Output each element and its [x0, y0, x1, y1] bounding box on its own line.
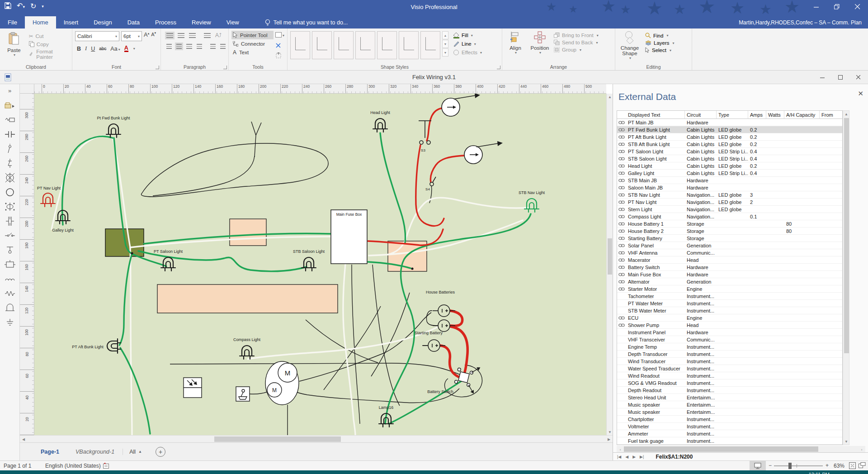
circle-shape-icon[interactable] — [4, 186, 16, 198]
table-row[interactable]: VHF Antenna Communic... — [617, 249, 842, 256]
send-to-back-button[interactable]: Send to Back▾ — [554, 40, 599, 45]
language-indicator[interactable]: English (United States) — [45, 463, 101, 469]
table-row[interactable]: SOG & VMG Readout Instrument... — [617, 379, 842, 387]
table-row[interactable]: PT Fwd Bunk Light Cabin Lights LED globe… — [617, 126, 842, 133]
bold-button[interactable]: B — [77, 46, 81, 52]
table-row[interactable]: Music speaker Entertainm... — [617, 408, 842, 416]
ribbon-tab[interactable]: Design — [86, 16, 119, 28]
table-row[interactable]: Starting Battery Storage — [617, 235, 842, 242]
styles-scroll-up-icon[interactable]: ▲ — [442, 31, 448, 39]
panel-hscroll-thumb[interactable] — [624, 446, 818, 452]
tell-me-box[interactable]: Tell me what you want to do... — [265, 16, 348, 28]
last-record-icon[interactable]: ▶| — [640, 455, 644, 459]
table-row[interactable]: Stereo Head Unit Entertainm... — [617, 394, 842, 401]
scroll-right-icon[interactable]: ▶ — [605, 436, 613, 443]
relay-switch-shape-icon[interactable] — [4, 230, 16, 241]
shape-style-tile[interactable] — [420, 31, 440, 59]
scroll-up-icon[interactable]: ▲ — [843, 111, 849, 117]
select-button[interactable]: Select▾ — [645, 47, 675, 53]
restore-button[interactable] — [826, 0, 847, 14]
ribbon-tab[interactable]: Home — [25, 16, 56, 28]
table-row[interactable]: PT Saloon Light Cabin Lights LED Strip L… — [617, 148, 842, 155]
table-row[interactable]: PT Water Meter Instrument... — [617, 300, 842, 307]
canvas-vertical-scrollbar[interactable]: ▲ ▼ — [606, 94, 613, 435]
stb-saloon-lamp[interactable] — [302, 257, 316, 271]
align-center-button[interactable] — [176, 44, 182, 49]
stb-nav-lamp[interactable] — [524, 199, 539, 212]
bullets-button[interactable] — [204, 33, 211, 38]
table-row[interactable]: Wind Transducer Instrument... — [617, 358, 842, 365]
column-header[interactable]: Type — [717, 111, 748, 118]
table-row[interactable]: Music speaker Entertainm... — [617, 401, 842, 408]
resistor-shape-icon[interactable] — [4, 288, 16, 299]
house-battery-1[interactable] — [433, 305, 455, 317]
font-color-caret-icon[interactable]: ▾ — [133, 47, 135, 51]
align-button[interactable]: Align▾ — [505, 31, 526, 63]
house-battery-2[interactable] — [433, 320, 455, 332]
coil-shape-icon[interactable] — [4, 273, 16, 284]
starting-battery[interactable] — [423, 340, 445, 351]
position-button[interactable]: Position▾ — [529, 31, 550, 63]
table-row[interactable]: Ammeter Instrument... — [617, 430, 842, 437]
pointer-tool-button[interactable]: Pointer Tool — [231, 31, 274, 39]
bring-to-front-button[interactable]: Bring to Front▾ — [554, 33, 599, 38]
zoom-out-icon[interactable]: − — [769, 462, 772, 469]
align-right-button[interactable] — [186, 44, 192, 49]
styles-more-icon[interactable]: ▼ — [442, 48, 448, 57]
line-button[interactable]: Line▾ — [453, 41, 482, 47]
scroll-left-icon[interactable]: ◀ — [20, 436, 27, 443]
compass-lamp[interactable] — [240, 346, 254, 359]
change-shape-button[interactable]: Change Shape▾ — [618, 31, 642, 63]
zoom-slider-thumb[interactable] — [788, 463, 792, 469]
ribbon-tab[interactable]: Review — [184, 16, 219, 28]
strikethrough-button[interactable]: abc — [99, 46, 106, 51]
align-middle-button[interactable] — [178, 33, 184, 38]
paragraph-dialog-launcher[interactable] — [223, 66, 227, 69]
copy-button[interactable]: Copy — [29, 41, 69, 47]
macro-record-icon[interactable] — [103, 463, 110, 470]
ribbon-tab[interactable]: View — [219, 16, 247, 28]
ribbon-tab[interactable]: Process — [147, 16, 184, 28]
add-page-button[interactable]: + — [156, 447, 165, 457]
table-row[interactable]: Tachometer Instrument... — [617, 293, 842, 300]
paste-button[interactable]: Paste ▾ — [3, 30, 25, 63]
text-rotate-button[interactable]: A⤴ — [215, 32, 222, 38]
panel-close-icon[interactable]: ✕ — [858, 90, 863, 98]
zoom-slider-track[interactable] — [774, 465, 823, 466]
account-name[interactable]: Martin,Hardy,RHODES,Confec – SA – Comm. … — [739, 16, 862, 28]
solar-panel-shape[interactable] — [184, 378, 202, 398]
double-capacitor-shape-icon[interactable] — [4, 215, 16, 227]
ribbon-tab[interactable]: Insert — [56, 16, 86, 28]
table-row[interactable]: Water Speed Trasducer Instrument... — [617, 365, 842, 372]
horizontal-scroll-thumb[interactable] — [214, 436, 341, 442]
switch-windows-icon[interactable] — [859, 462, 866, 470]
change-case-button[interactable]: Aa▾ — [110, 46, 120, 52]
font-size-select[interactable]: 6pt▾ — [121, 31, 142, 41]
pt-nav-lamp[interactable] — [41, 193, 55, 207]
fill-button[interactable]: Fill▾ — [453, 32, 482, 38]
ribbon-tab[interactable]: Data — [120, 16, 147, 28]
panel-horizontal-scrollbar[interactable]: ‹ › — [617, 446, 865, 452]
windows-taskbar[interactable]: 12:11 PM — [0, 470, 868, 474]
table-row[interactable]: Battery Switch Hardware — [617, 264, 842, 271]
shape-style-tile[interactable] — [377, 31, 397, 59]
capacitor-shape-icon[interactable] — [4, 128, 16, 140]
wheel-shape-icon[interactable] — [4, 172, 16, 183]
doc-maximize-button[interactable] — [838, 74, 843, 81]
panel-scroll-thumb[interactable] — [844, 118, 849, 353]
table-row[interactable]: STB Aft Bunk Light Cabin Lights LED glob… — [617, 141, 842, 148]
data-range-label[interactable]: Felix$A1:N200 — [656, 454, 693, 460]
transistor-shape-icon[interactable] — [4, 201, 16, 212]
gauge-meter[interactable] — [442, 94, 480, 116]
effects-button[interactable]: Effects▾ — [453, 49, 482, 56]
stencil-icon[interactable] — [4, 100, 16, 111]
table-row[interactable]: Depth Readout Instrument... — [617, 387, 842, 394]
battery-shape-icon[interactable] — [4, 114, 16, 125]
table-row[interactable]: VHF Transceiver Communic... — [617, 336, 842, 343]
zoom-level[interactable]: 63% — [834, 463, 844, 469]
connector-tool-button[interactable]: Connector — [231, 39, 274, 48]
find-button[interactable]: Find▾ — [645, 33, 675, 38]
table-row[interactable]: Depth Transducer Instrument... — [617, 351, 842, 358]
expand-shapes-icon[interactable]: » — [4, 85, 16, 96]
table-row[interactable]: House Battery 1 Storage 80 — [617, 220, 842, 228]
